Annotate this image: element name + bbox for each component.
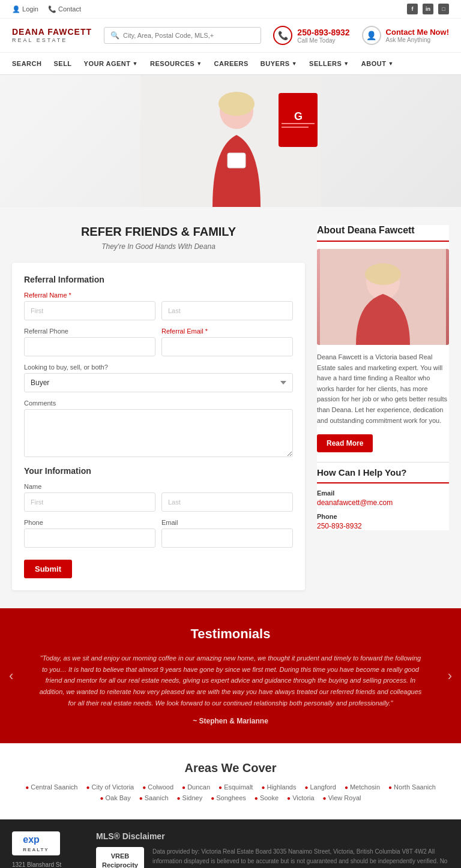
exp-logo-text: exp REALTY [23, 834, 49, 852]
svg-point-10 [365, 263, 401, 285]
top-bar-left: 👤 Login 📞 Contact [12, 5, 81, 13]
referral-last-group [161, 301, 293, 320]
about-section: About Deana Fawcett Deana Fawcett is a V… [317, 225, 449, 530]
referral-email-group: Referral Email * [161, 328, 293, 356]
form-section-title: Referral Information [24, 275, 293, 284]
area-item: ●Songhees [211, 794, 246, 801]
about-photo [317, 249, 449, 345]
referral-email-input[interactable] [161, 337, 293, 356]
carousel-prev-button[interactable]: ‹ [9, 668, 13, 684]
divider [317, 462, 449, 462]
area-item: ●Sidney [177, 794, 203, 801]
referral-phone-input[interactable] [24, 337, 155, 356]
your-phone-input[interactable] [24, 528, 155, 548]
area-item: ●Victoria [287, 794, 315, 801]
area-item: ●North Saanich [388, 783, 436, 791]
your-phone-label: Phone [24, 519, 155, 526]
nav-search[interactable]: SEARCH [12, 53, 41, 74]
pin-icon: ● [100, 795, 104, 801]
carousel-next-button[interactable]: › [448, 668, 452, 684]
nav-buyers[interactable]: BUYERS▼ [261, 53, 297, 74]
pin-icon: ● [345, 784, 348, 791]
contact-phone-item: Phone 250-893-8932 [317, 513, 449, 530]
main-content: REFER FRIENDS & FAMILY They're In Good H… [0, 207, 461, 608]
comments-label: Comments [24, 400, 293, 407]
comments-group: Comments [24, 400, 293, 459]
pin-icon: ● [177, 795, 181, 801]
email-value[interactable]: deanafawcett@me.com [317, 498, 449, 507]
referral-form-card: Referral Information Referral Name * Ref… [12, 263, 305, 590]
area-item: ●Sooke [255, 794, 279, 801]
contact-now-label[interactable]: Contact Me Now! [386, 28, 449, 37]
referral-subtitle: They're In Good Hands With Deana [12, 242, 305, 251]
linkedin-icon[interactable]: in [423, 4, 433, 14]
your-email-label: Email [161, 519, 293, 526]
submit-button[interactable]: Submit [24, 560, 72, 578]
hero-image: G [140, 75, 321, 207]
search-input[interactable] [123, 32, 255, 39]
phone-label: Phone [317, 513, 449, 520]
referral-email-label: Referral Email * [161, 328, 293, 335]
nav-sellers[interactable]: SELLERS▼ [309, 53, 349, 74]
svg-point-2 [218, 92, 255, 116]
your-last-input[interactable] [161, 492, 293, 512]
area-item: ●Esquimalt [218, 783, 253, 791]
nav-careers[interactable]: CAREERS [214, 53, 249, 74]
area-item: ●Langford [304, 783, 336, 791]
pin-icon: ● [255, 795, 258, 801]
hero-svg: G [140, 75, 321, 207]
user-icon: 👤 [12, 5, 20, 13]
nav-sell[interactable]: SELL [53, 53, 71, 74]
looking-group: Looking to buy, sell, or both? Buyer Sel… [24, 364, 293, 392]
your-email-input[interactable] [161, 528, 293, 548]
svg-rect-6 [282, 123, 315, 124]
nav-about[interactable]: ABOUT▼ [361, 53, 394, 74]
pin-icon: ● [261, 784, 265, 791]
your-name-row [24, 492, 293, 512]
disclaimer-inner: VREB Reciprocity Data provided by: Victo… [96, 847, 449, 868]
contact-link[interactable]: 📞 Contact [48, 5, 81, 13]
disclaimer-title: MLS® Disclaimer [96, 831, 449, 841]
referral-name-label: Referral Name * [24, 292, 293, 299]
areas-section: Areas We Cover ●Central Saanich●City of … [0, 743, 461, 819]
your-info-title: Your Information [24, 466, 293, 476]
login-link[interactable]: 👤 Login [12, 5, 38, 13]
pin-icon: ● [182, 784, 185, 791]
area-item: ●Oak Bay [100, 794, 131, 801]
main-nav: SEARCH SELL YOUR AGENT▼ RESOURCES▼ CAREE… [0, 53, 461, 75]
phone-value[interactable]: 250-893-8932 [317, 522, 449, 530]
pin-icon: ● [139, 795, 143, 801]
referral-name-row [24, 301, 293, 320]
facebook-icon[interactable]: f [407, 4, 418, 14]
referral-first-input[interactable] [24, 301, 155, 320]
chevron-down-icon: ▼ [343, 61, 349, 67]
chevron-down-icon: ▼ [196, 61, 202, 67]
pin-icon: ● [218, 784, 222, 791]
your-last-group [161, 492, 293, 512]
footer-disclaimer: MLS® Disclaimer VREB Reciprocity Data pr… [96, 831, 449, 868]
buyer-seller-select[interactable]: Buyer Seller Both [24, 373, 293, 392]
search-bar[interactable]: 🔍 [104, 27, 261, 44]
header-phone: 📞 250-893-8932 Call Me Today [273, 26, 349, 45]
your-phone-group: Phone [24, 519, 155, 548]
areas-title: Areas We Cover [12, 761, 449, 775]
read-more-button[interactable]: Read More [317, 434, 373, 452]
about-description: Deana Fawcett is a Victoria based Real E… [317, 352, 449, 426]
area-item: ●Duncan [182, 783, 210, 791]
phone-icon: 📞 [48, 5, 56, 13]
your-first-input[interactable] [24, 492, 155, 512]
contact-sub-label: Ask Me Anything [386, 37, 449, 43]
site-logo: DEANA FAWCETT REAL ESTATE [12, 28, 92, 43]
phone-number[interactable]: 250-893-8932 [297, 28, 349, 37]
comments-textarea[interactable] [24, 409, 293, 457]
referral-last-input[interactable] [161, 301, 293, 320]
nav-resources[interactable]: RESOURCES▼ [150, 53, 202, 74]
nav-your-agent[interactable]: YOUR AGENT▼ [84, 53, 138, 74]
name-label: Name [24, 483, 293, 490]
area-item: ●City of Victoria [86, 783, 134, 791]
pin-icon: ● [86, 784, 89, 791]
area-item: ●Colwood [142, 783, 173, 791]
instagram-icon[interactable]: □ [438, 4, 449, 14]
phone-email-row: Referral Phone Referral Email * [24, 328, 293, 356]
area-item: ●Saanich [139, 794, 169, 801]
